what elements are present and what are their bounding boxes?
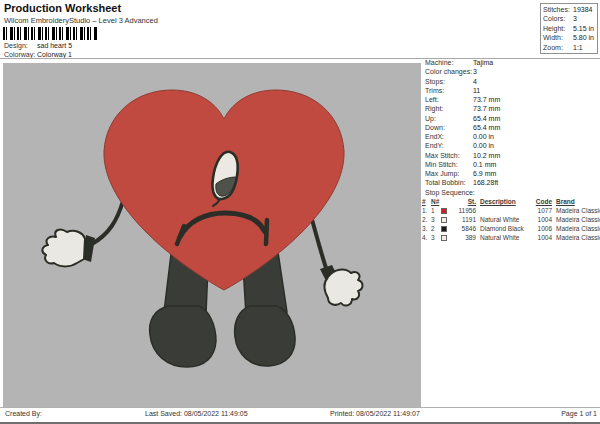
machine-label: Down: xyxy=(425,123,473,132)
machine-value: 3 xyxy=(473,67,477,76)
machine-row: Max Jump:6.9 mm xyxy=(425,169,598,178)
col-brand: Brand xyxy=(556,197,598,206)
cell-brand: Madeira Classic 40 xyxy=(556,233,600,242)
machine-label: Machine: xyxy=(425,58,473,67)
cell-n: 2 xyxy=(431,224,441,233)
stat-value: 1:1 xyxy=(573,43,583,52)
machine-label: Min Stitch: xyxy=(425,160,473,169)
machine-label: Max Stitch: xyxy=(425,151,473,160)
stop-sequence-header: # N# St. Description Code Brand xyxy=(422,197,598,206)
production-worksheet-window: Production Worksheet Wilcom EmbroiderySt… xyxy=(0,0,600,424)
machine-row: EndY:0.00 in xyxy=(425,141,598,150)
machine-row: Color changes:3 xyxy=(425,67,598,76)
app-subtitle: Wilcom EmbroideryStudio – Level 3 Advanc… xyxy=(4,16,158,25)
cell-description: Natural White xyxy=(480,233,532,242)
page-title: Production Worksheet xyxy=(4,2,121,14)
machine-value: 4 xyxy=(473,77,477,86)
stat-label: Height: xyxy=(543,24,573,33)
stats-row: Zoom:1:1 xyxy=(543,43,595,52)
stats-row: Stitches:19384 xyxy=(543,5,595,14)
machine-label: Up: xyxy=(425,114,473,123)
machine-row: Max Stitch:10.2 mm xyxy=(425,151,598,160)
stat-value: 3 xyxy=(573,14,577,23)
left-arm xyxy=(92,201,123,244)
created-by-label: Created By: xyxy=(5,410,42,417)
machine-value: 65.4 mm xyxy=(473,114,500,123)
stat-label: Colors: xyxy=(543,14,573,23)
cell-code: 1006 xyxy=(532,224,552,233)
right-glove xyxy=(320,265,363,306)
stat-label: Width: xyxy=(543,33,573,42)
machine-value: 11 xyxy=(473,86,480,95)
cell-num: 1. xyxy=(422,206,431,215)
col-n: N# xyxy=(431,197,441,206)
sad-heart-design xyxy=(3,63,421,407)
cell-code: 1077 xyxy=(532,206,552,215)
left-glove xyxy=(42,230,95,267)
cell-st: 1191 xyxy=(452,215,476,224)
machine-label: Left: xyxy=(425,95,473,104)
stat-value: 5.15 in xyxy=(573,24,594,33)
cell-brand: Madeira Classic 40 xyxy=(556,215,600,224)
footer: Created By: Last Saved: 08/05/2022 11:49… xyxy=(0,410,600,424)
machine-value: 168.28ft xyxy=(473,178,498,187)
stop-sequence-row: 1. 1 11956 1077 Madeira Classic 40 xyxy=(422,206,598,215)
colorway-row: Colorway:Colorway 1 xyxy=(4,51,72,58)
stat-value: 19384 xyxy=(573,5,592,14)
machine-value: 0.00 in xyxy=(473,141,494,150)
barcode-icon xyxy=(3,27,98,40)
stop-sequence-row: 3. 2 5846 Diamond Black 1006 Madeira Cla… xyxy=(422,224,598,233)
machine-label: EndX: xyxy=(425,132,473,141)
col-description: Description xyxy=(480,197,532,206)
machine-value: 0.00 in xyxy=(473,132,494,141)
stop-sequence-row: 4. 3 389 Natural White 1004 Madeira Clas… xyxy=(422,233,598,242)
machine-row: Right:73.7 mm xyxy=(425,104,598,113)
cell-brand: Madeira Classic 40 xyxy=(556,206,600,215)
stop-sequence-row: 2. 3 1191 Natural White 1004 Madeira Cla… xyxy=(422,215,598,224)
machine-row: Total Bobbin:168.28ft xyxy=(425,178,598,187)
col-st: St. xyxy=(452,197,476,206)
page-number-label: Page 1 of 1 xyxy=(561,410,597,417)
cell-st: 11956 xyxy=(452,206,476,215)
cell-n: 3 xyxy=(431,233,441,242)
stat-value: 5.80 in xyxy=(573,33,594,42)
stats-box: Stitches:19384 Colors:3 Height:5.15 in W… xyxy=(540,3,598,54)
colorway-value: Colorway 1 xyxy=(37,51,72,58)
cell-description: Natural White xyxy=(480,215,532,224)
machine-row: Down:65.4 mm xyxy=(425,123,598,132)
stat-label: Zoom: xyxy=(543,43,573,52)
machine-row: Left:73.7 mm xyxy=(425,95,598,104)
stat-label: Stitches: xyxy=(543,5,573,14)
machine-label: Stops: xyxy=(425,77,473,86)
machine-label: Max Jump: xyxy=(425,169,473,178)
machine-value: 65.4 mm xyxy=(473,123,500,132)
colorway-label: Colorway: xyxy=(4,51,37,58)
machine-value: 10.2 mm xyxy=(473,151,500,160)
machine-row: Min Stitch:0.1 mm xyxy=(425,160,598,169)
cell-n: 3 xyxy=(431,215,441,224)
machine-row: Stops:4 xyxy=(425,77,598,86)
design-label: Design: xyxy=(4,42,37,49)
cell-num: 4. xyxy=(422,233,431,242)
machine-value: 6.9 mm xyxy=(473,169,496,178)
stop-sequence-title: Stop Sequence: xyxy=(425,189,475,196)
machine-details: Machine:Tajima Color changes:3 Stops:4 T… xyxy=(425,58,598,188)
thread-color-swatch xyxy=(441,226,447,232)
cell-num: 3. xyxy=(422,224,431,233)
design-value: sad heart 5 xyxy=(37,42,72,49)
cell-num: 2. xyxy=(422,215,431,224)
cell-st: 5846 xyxy=(452,224,476,233)
thread-color-swatch xyxy=(441,208,447,214)
stats-row: Width:5.80 in xyxy=(543,33,595,42)
machine-value: Tajima xyxy=(473,58,493,67)
machine-row: EndX:0.00 in xyxy=(425,132,598,141)
cell-n: 1 xyxy=(431,206,441,215)
machine-value: 0.1 mm xyxy=(473,160,496,169)
machine-label: EndY: xyxy=(425,141,473,150)
stop-sequence-body: 1. 1 11956 1077 Madeira Classic 40 2. 3 … xyxy=(422,206,598,242)
machine-label: Right: xyxy=(425,104,473,113)
stats-row: Colors:3 xyxy=(543,14,595,23)
machine-value: 73.7 mm xyxy=(473,95,500,104)
design-canvas xyxy=(3,63,421,407)
stats-row: Height:5.15 in xyxy=(543,24,595,33)
